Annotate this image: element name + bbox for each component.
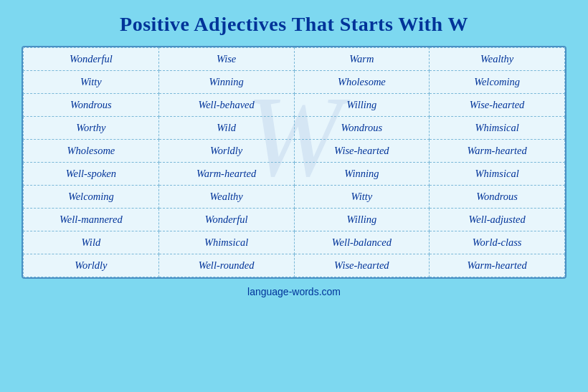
table-row: WholesomeWorldlyWise-heartedWarm-hearted: [24, 140, 565, 163]
table-row: WorthyWildWondrousWhimsical: [24, 117, 565, 140]
table-cell: Wise-hearted: [294, 254, 430, 277]
table-cell: Wise: [158, 48, 294, 71]
table-cell: Welcoming: [430, 71, 565, 94]
table-cell: Welcoming: [24, 186, 159, 209]
table-row: WorldlyWell-roundedWise-heartedWarm-hear…: [24, 254, 565, 277]
table-cell: Wise-hearted: [294, 140, 430, 163]
table-cell: Wholesome: [294, 71, 430, 94]
table-cell: Well-spoken: [24, 163, 159, 186]
table-row: Well-manneredWonderfulWillingWell-adjust…: [24, 209, 565, 231]
adjectives-table: WonderfulWiseWarmWealthyWittyWinningWhol…: [23, 47, 565, 277]
table-cell: Well-adjusted: [430, 209, 565, 231]
table-row: Well-spokenWarm-heartedWinningWhimsical: [24, 163, 565, 186]
table-cell: Worldly: [158, 140, 294, 163]
table-cell: Wise-hearted: [430, 94, 565, 117]
table-row: WittyWinningWholesomeWelcoming: [24, 71, 565, 94]
table-cell: Willing: [294, 209, 430, 231]
table-cell: Worthy: [24, 117, 159, 140]
table-cell: Witty: [294, 186, 430, 209]
table-cell: World-class: [430, 231, 565, 254]
table-cell: Willing: [294, 94, 430, 117]
table-cell: Wholesome: [24, 140, 159, 163]
page-title: Positive Adjectives That Starts With W: [120, 13, 468, 36]
table-cell: Witty: [24, 71, 159, 94]
table-cell: Wondrous: [24, 94, 159, 117]
table-cell: Wealthy: [430, 48, 565, 71]
table-row: WondrousWell-behavedWillingWise-hearted: [24, 94, 565, 117]
table-cell: Well-behaved: [158, 94, 294, 117]
table-cell: Winning: [294, 163, 430, 186]
table-cell: Well-mannered: [24, 209, 159, 231]
table-cell: Worldly: [24, 254, 159, 277]
table-cell: Warm-hearted: [430, 254, 565, 277]
table-cell: Warm-hearted: [158, 163, 294, 186]
table-cell: Whimsical: [430, 117, 565, 140]
table-row: WonderfulWiseWarmWealthy: [24, 48, 565, 71]
table-cell: Warm: [294, 48, 430, 71]
table-cell: Warm-hearted: [430, 140, 565, 163]
table-row: WelcomingWealthyWittyWondrous: [24, 186, 565, 209]
table-row: WildWhimsicalWell-balancedWorld-class: [24, 231, 565, 254]
table-cell: Wild: [24, 231, 159, 254]
table-cell: Whimsical: [430, 163, 565, 186]
footer-text: language-words.com: [247, 286, 341, 297]
table-cell: Wonderful: [158, 209, 294, 231]
table-cell: Wondrous: [430, 186, 565, 209]
table-cell: Well-rounded: [158, 254, 294, 277]
table-cell: Whimsical: [158, 231, 294, 254]
table-cell: Wild: [158, 117, 294, 140]
table-cell: Wealthy: [158, 186, 294, 209]
adjectives-table-wrapper: W WonderfulWiseWarmWealthyWittyWinningWh…: [22, 46, 566, 279]
table-cell: Well-balanced: [294, 231, 430, 254]
table-cell: Winning: [158, 71, 294, 94]
table-cell: Wonderful: [24, 48, 159, 71]
table-cell: Wondrous: [294, 117, 430, 140]
